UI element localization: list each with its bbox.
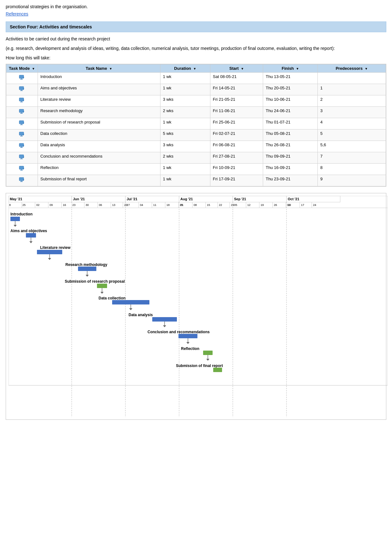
svg-text:11: 11 [153, 203, 156, 207]
task-mode-icon [19, 108, 25, 116]
task-mode-cell [6, 152, 38, 163]
svg-marker-139 [186, 342, 190, 344]
svg-text:18: 18 [166, 203, 170, 207]
task-mode-icon [19, 97, 25, 105]
col-header-finish[interactable]: Finish ▼ [263, 64, 318, 72]
svg-text:Conclusion and recommendations: Conclusion and recommendations [148, 330, 210, 334]
cell-duration: 1 wk [160, 175, 210, 186]
cell-predecessors: 2 [318, 95, 386, 106]
predecessors-sort-icon: ▼ [365, 67, 368, 70]
cell-finish: Thu 23-09-21 [263, 175, 318, 186]
cell-predecessors: 7 [318, 152, 386, 163]
section-desc1: Activities to be carried out during the … [6, 35, 386, 43]
svg-rect-109 [10, 217, 20, 221]
gantt-table: Task Mode ▼ Task Name ▼ Duration ▼ Start… [6, 64, 386, 186]
cell-start: Fri 02-07-21 [210, 129, 263, 141]
references-link[interactable]: References [6, 11, 28, 16]
cell-name: Aims and objectives [38, 84, 160, 95]
cell-start: Fri 14-05-21 [210, 84, 263, 95]
svg-text:8: 8 [9, 203, 11, 207]
svg-rect-133 [152, 317, 177, 322]
svg-text:27: 27 [127, 203, 130, 207]
svg-rect-121 [78, 267, 96, 271]
cell-predecessors: 3 [318, 106, 386, 118]
table-row: Data analysis3 wksFri 06-08-21Thu 26-08-… [6, 141, 386, 152]
cell-finish: Thu 24-06-21 [263, 106, 318, 118]
task-mode-cell [6, 118, 38, 129]
cell-predecessors: 5,6 [318, 141, 386, 152]
cell-predecessors: 4 [318, 118, 386, 129]
table-row: Aims and objectives1 wkFri 14-05-21Thu 2… [6, 84, 386, 95]
svg-text:09: 09 [50, 203, 53, 207]
task-mode-icon [19, 131, 25, 139]
task-mode-icon [19, 154, 25, 162]
svg-text:22: 22 [219, 203, 222, 207]
svg-rect-129 [112, 300, 149, 304]
section-desc3: How long this will take: [6, 54, 386, 62]
col-header-duration[interactable]: Duration ▼ [160, 64, 210, 72]
task-mode-cell [6, 106, 38, 118]
svg-text:Introduction: Introduction [10, 212, 33, 216]
svg-marker-115 [29, 241, 33, 243]
table-row: Conclusion and recommendations2 wksFri 2… [6, 152, 386, 163]
cell-name: Literature review [38, 95, 160, 106]
svg-text:13: 13 [112, 203, 115, 207]
task-mode-icon [19, 74, 25, 82]
cell-name: Conclusion and recommendations [38, 152, 160, 163]
svg-rect-28 [19, 155, 24, 158]
cell-start: Fri 10-09-21 [210, 163, 263, 175]
svg-rect-113 [26, 233, 36, 238]
svg-text:06: 06 [99, 203, 102, 207]
cell-name: Submission of research proposal [38, 118, 160, 129]
svg-text:24: 24 [313, 203, 316, 207]
svg-text:30: 30 [86, 203, 89, 207]
task-mode-icon [19, 120, 25, 128]
cell-name: Research methodology [38, 106, 160, 118]
svg-marker-111 [14, 225, 17, 227]
cell-predecessors: 1 [318, 84, 386, 95]
cell-finish: Thu 01-07-21 [263, 118, 318, 129]
svg-marker-119 [48, 258, 51, 260]
col-header-task-name[interactable]: Task Name ▼ [38, 64, 160, 72]
svg-text:19: 19 [261, 203, 264, 207]
svg-text:04: 04 [140, 203, 143, 207]
svg-text:Aims and objectives: Aims and objectives [10, 229, 47, 233]
cell-finish: Thu 20-05-21 [263, 84, 318, 95]
table-row: Literature review3 wksFri 21-05-21Thu 10… [6, 95, 386, 106]
cell-predecessors [318, 72, 386, 84]
svg-text:25: 25 [22, 203, 26, 207]
task-mode-cell [6, 72, 38, 84]
cell-predecessors: 5 [318, 129, 386, 141]
svg-text:17: 17 [301, 203, 304, 207]
svg-rect-117 [37, 250, 62, 254]
col-header-start[interactable]: Start ▼ [210, 64, 263, 72]
svg-rect-32 [19, 166, 24, 169]
table-row: Data collection5 wksFri 02-07-21Thu 05-0… [6, 129, 386, 141]
svg-text:Data collection: Data collection [99, 296, 125, 300]
svg-text:Submission of research proposa: Submission of research proposal [65, 279, 125, 284]
svg-rect-146 [9, 196, 388, 385]
col-header-predecessors[interactable]: Predecessors ▼ [318, 64, 386, 72]
cell-start: Fri 27-08-21 [210, 152, 263, 163]
task-mode-cell [6, 84, 38, 95]
svg-marker-131 [129, 308, 132, 310]
svg-text:08: 08 [194, 203, 197, 207]
cell-duration: 2 wks [160, 152, 210, 163]
cell-finish: Thu 13-05-21 [263, 72, 318, 84]
cell-start: Sat 08-05-21 [210, 72, 263, 84]
table-row: Reflection1 wkFri 10-09-21Thu 16-09-218 [6, 163, 386, 175]
col-header-task-mode[interactable]: Task Mode ▼ [6, 64, 38, 72]
cell-duration: 3 wks [160, 95, 210, 106]
svg-text:Jul '21: Jul '21 [127, 197, 137, 201]
svg-text:Literature review: Literature review [40, 245, 71, 250]
svg-text:May '21: May '21 [10, 197, 22, 201]
cell-predecessors: 9 [318, 175, 386, 186]
task-mode-cell [6, 175, 38, 186]
svg-rect-16 [19, 121, 24, 124]
svg-text:Research methodology: Research methodology [65, 262, 107, 267]
svg-rect-20 [19, 132, 24, 135]
gantt-chart-svg: May '21 Jun '21 Jul '21 Aug '21 Sep '21 … [9, 196, 388, 417]
cell-start: Fri 25-06-21 [210, 118, 263, 129]
cell-name: Data collection [38, 129, 160, 141]
svg-rect-125 [97, 284, 107, 288]
